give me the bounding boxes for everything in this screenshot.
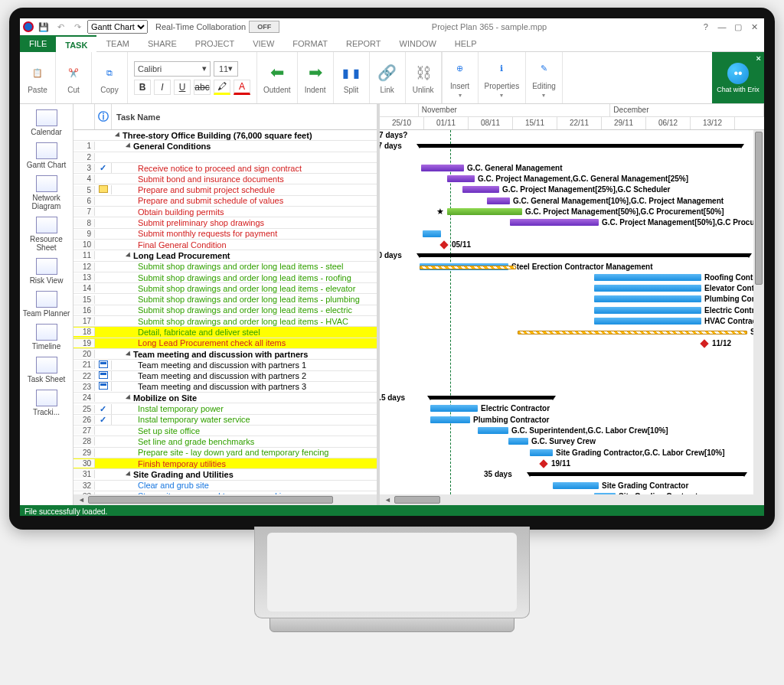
collapse-icon[interactable] <box>115 132 122 139</box>
gantt-bar[interactable] <box>447 175 475 182</box>
collapse-icon[interactable] <box>126 471 132 478</box>
save-icon[interactable]: 💾 <box>37 20 51 34</box>
copy-button[interactable]: ⧉ Copy <box>92 52 128 103</box>
indent-button[interactable]: ➡ Indent <box>298 52 334 103</box>
gantt-bar[interactable] <box>594 307 701 314</box>
minimize-icon[interactable]: — <box>715 22 729 31</box>
viewbar-item[interactable]: Gantt Chart <box>20 140 73 171</box>
cut-button[interactable]: ✂️ Cut <box>56 52 92 103</box>
viewbar-item[interactable]: Calendar <box>20 107 73 139</box>
task-row[interactable]: 7Obtain building permits <box>74 207 377 217</box>
properties-menu[interactable]: ℹ Properties ▾ <box>479 52 527 103</box>
task-row[interactable]: 19Long Lead Procurement check all items <box>74 338 377 349</box>
collab-toggle[interactable]: Real-Time Collaboration OFF <box>155 21 279 33</box>
viewbar-item[interactable]: Timeline <box>20 321 73 353</box>
task-name-column-header[interactable]: Task Name <box>112 104 377 129</box>
gantt-hscrollbar[interactable]: ◄ <box>380 494 764 505</box>
tab-window[interactable]: WINDOW <box>390 35 446 52</box>
viewbar-item[interactable]: Team Planner <box>20 289 73 320</box>
task-table-body[interactable]: Three-story Office Building (76,000 squa… <box>74 130 377 494</box>
progress-bar[interactable] <box>420 266 516 269</box>
gantt-bar[interactable] <box>553 482 599 489</box>
tab-help[interactable]: HELP <box>446 35 486 52</box>
font-size-select[interactable]: 11 ▾ <box>214 61 238 77</box>
collapse-icon[interactable] <box>126 394 132 401</box>
gantt-bar[interactable] <box>508 438 528 445</box>
milestone-diamond[interactable] <box>439 240 448 249</box>
summary-bar[interactable] <box>420 144 741 148</box>
gantt-bar[interactable] <box>421 165 464 171</box>
chat-close-icon[interactable]: × <box>756 54 761 63</box>
task-row[interactable]: 18Detail, fabricate and deliver steel <box>74 327 377 338</box>
collapse-icon[interactable] <box>126 351 132 357</box>
task-row[interactable]: 8Submit preliminary shop drawings <box>74 217 377 228</box>
viewbar-item[interactable]: Risk View <box>20 256 73 287</box>
redo-icon[interactable]: ↷ <box>70 20 84 34</box>
collapse-icon[interactable] <box>126 142 132 149</box>
task-row[interactable]: 10Final General Condition <box>74 240 377 250</box>
gantt-bar[interactable] <box>594 493 616 494</box>
tab-task[interactable]: TASK <box>56 35 96 52</box>
task-row[interactable]: 13Submit shop drawings and order long le… <box>74 272 377 283</box>
summary-bar[interactable] <box>530 472 744 476</box>
milestone-diamond[interactable] <box>700 339 708 347</box>
indicator-column-header[interactable]: ⓘ <box>95 104 112 129</box>
undo-icon[interactable]: ↶ <box>54 20 67 34</box>
gantt-bar[interactable] <box>462 186 499 193</box>
italic-button[interactable]: I <box>154 80 171 95</box>
task-row[interactable]: 26Instal temporary water service <box>74 415 377 426</box>
chat-with-erix-button[interactable]: × •• Chat with Erix <box>712 52 764 103</box>
viewbar-item[interactable]: Resource Sheet <box>20 214 73 254</box>
gantt-bar[interactable] <box>430 405 478 412</box>
collab-switch[interactable]: OFF <box>249 21 279 33</box>
task-row[interactable]: 25Instal temporary power <box>74 403 377 414</box>
task-row[interactable]: 17Submit shop drawings and order long le… <box>74 316 377 327</box>
task-row[interactable]: 27Set up site office <box>74 426 377 436</box>
task-row[interactable]: 9Submit monthly requests for payment <box>74 229 377 240</box>
gantt-bar[interactable] <box>594 285 701 292</box>
task-row[interactable]: 30Finish temporay utilities <box>74 458 377 469</box>
gantt-bar[interactable] <box>594 318 701 325</box>
paste-button[interactable]: 📋 Paste <box>20 52 56 103</box>
collapse-icon[interactable] <box>126 252 132 259</box>
gantt-bar[interactable] <box>423 230 441 237</box>
tab-project[interactable]: PROJECT <box>186 35 243 52</box>
task-row[interactable]: 12Submit shop drawings and order long le… <box>74 262 377 272</box>
task-row[interactable]: 15Submit shop drawings and order long le… <box>74 294 377 305</box>
gantt-bar[interactable] <box>478 427 508 434</box>
gantt-bar[interactable] <box>530 449 553 456</box>
id-column-header[interactable] <box>74 104 95 129</box>
task-row[interactable]: 6Prepare and submit schedule of values <box>74 196 377 207</box>
summary-bar[interactable] <box>430 396 553 400</box>
tab-file[interactable]: FILE <box>20 35 56 52</box>
summary-bar[interactable] <box>420 253 749 257</box>
task-row[interactable]: 20Team meeting and discussion with partn… <box>74 349 377 360</box>
task-row[interactable]: 24Mobilize on Site <box>74 393 377 403</box>
task-row[interactable]: 16Submit shop drawings and order long le… <box>74 305 377 316</box>
task-row[interactable]: 4Submit bond and insurance documents <box>74 174 377 184</box>
task-row[interactable]: 28Set line and grade benchmarks <box>74 436 377 447</box>
gantt-chart-area[interactable]: 147 days?17 daysG.C. General ManagementG… <box>380 130 764 494</box>
link-button[interactable]: 🔗 Link <box>370 52 406 103</box>
task-row[interactable]: 11Long Lead Procurement <box>74 250 377 261</box>
viewbar-item[interactable]: Network Diagram <box>20 173 73 213</box>
outdent-button[interactable]: ⬅ Outdent <box>257 52 298 103</box>
task-row[interactable]: 14Submit shop drawings and order long le… <box>74 283 377 294</box>
task-row[interactable]: 1General Conditions <box>74 141 377 152</box>
tab-share[interactable]: SHARE <box>139 35 186 52</box>
close-icon[interactable]: ✕ <box>747 22 761 32</box>
tab-view[interactable]: VIEW <box>243 35 283 52</box>
task-row[interactable]: 22Team meeting and discussion with partn… <box>74 371 377 382</box>
bold-button[interactable]: B <box>134 80 151 95</box>
insert-menu[interactable]: ⊕ Insert ▾ <box>443 52 479 103</box>
progress-bar[interactable] <box>518 331 747 334</box>
editing-menu[interactable]: ✎ Editing ▾ <box>526 52 563 103</box>
tab-report[interactable]: REPORT <box>337 35 390 52</box>
task-row[interactable]: 2 <box>74 152 377 163</box>
task-row[interactable]: Three-story Office Building (76,000 squa… <box>74 130 377 141</box>
task-row[interactable]: 32Clear and grub site <box>74 481 377 491</box>
gantt-vscrollbar[interactable] <box>753 130 764 494</box>
gantt-bar[interactable] <box>594 274 701 281</box>
view-selector[interactable]: Gantt Chart <box>87 20 148 34</box>
font-name-select[interactable]: Calibri▾ <box>134 61 211 77</box>
